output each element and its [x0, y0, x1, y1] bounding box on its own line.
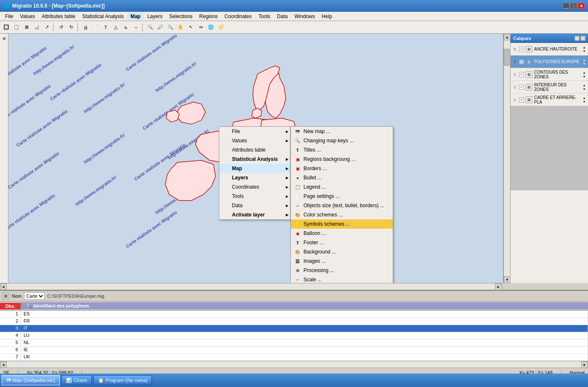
minimize-button[interactable]: _ [563, 3, 569, 9]
calque-down-4[interactable]: ▼ [582, 62, 586, 65]
ctx-tools[interactable]: Tools [219, 192, 290, 201]
ctx-attributes[interactable]: Attributes table [219, 145, 290, 155]
table-row[interactable]: 7 UK [0, 354, 588, 361]
toolbar-btn-hand[interactable]: ✋ [176, 23, 185, 32]
menu-statistical[interactable]: Statistical Analysis [79, 13, 127, 20]
toolbar-btn-poly[interactable]: △ [111, 23, 120, 32]
calque-down-5[interactable]: ▼ [582, 49, 586, 53]
table-row[interactable]: 6 IE [0, 347, 588, 354]
taskbar-charts[interactable]: 📊 Charts [61, 375, 92, 385]
toolbar-btn-cursor[interactable]: ↖ [186, 23, 195, 32]
sub-footer[interactable]: T Footer ... [291, 238, 393, 247]
sub-symbols-schemes[interactable]: 🟡 Symbols schemes ... [291, 219, 393, 229]
toolbar-btn-t[interactable]: T [101, 23, 110, 32]
sub-titles[interactable]: T Titles ... [291, 145, 393, 155]
calque-check-5[interactable]: ✓ [519, 47, 524, 52]
calque-row-4[interactable]: 4 ✓ ⊞ POLYGONES EUROPE ▲ ▼ [511, 56, 588, 68]
hscroll-track[interactable] [7, 283, 495, 290]
vertical-scrollbar[interactable]: ▲ ▼ [503, 34, 510, 283]
ctx-map[interactable]: Map [219, 164, 290, 173]
calque-down-3[interactable]: ▼ [582, 75, 586, 78]
table-row[interactable]: 3 IT [0, 325, 588, 332]
menu-tools[interactable]: Tools [255, 13, 274, 20]
menu-attributes[interactable]: Attributes table [38, 13, 79, 20]
calque-up-5[interactable]: ▲ [582, 45, 586, 49]
sub-objects-size[interactable]: ↔ Objects size (text, bullet, borders) .… [291, 201, 393, 210]
menu-coordinates[interactable]: Coordinates [221, 13, 255, 20]
calque-check-4[interactable]: ✓ [519, 59, 524, 64]
calques-restore-btn[interactable]: ◱ [575, 36, 580, 41]
sub-new-map[interactable]: 🗺 New map ... [291, 127, 393, 136]
close-button[interactable]: ✕ [578, 3, 585, 9]
calque-up-1[interactable]: ▲ [582, 96, 586, 99]
hscroll-left-btn[interactable]: ◄ [0, 283, 7, 290]
table-row[interactable]: 5 NL [0, 339, 588, 347]
sub-changing-keys[interactable]: 🔍 Changing map keys ... [291, 136, 393, 145]
sub-background[interactable]: 🎨 Background ... [291, 247, 393, 256]
toolbar-btn-sel[interactable]: ⊾ [121, 23, 130, 32]
sub-regions-bg[interactable]: ▣ Regions backgroung ... [291, 155, 393, 164]
toolbar-btn-4[interactable]: 📊 [32, 23, 41, 32]
toolbar-redo[interactable]: ↻ [67, 23, 76, 32]
toolbar-btn-print[interactable]: 🖨 [81, 23, 90, 32]
calque-up-2[interactable]: ▲ [582, 83, 586, 87]
calque-up-4[interactable]: ▲ [582, 58, 586, 61]
table-hscroll[interactable]: ◄ ► [0, 361, 588, 368]
horizontal-scrollbar[interactable]: ◄ ► [0, 283, 502, 290]
sub-page-settings[interactable]: 📄 Page settings ... [291, 192, 393, 201]
table-hscroll-track[interactable] [7, 361, 581, 368]
calque-down-1[interactable]: ▼ [582, 100, 586, 103]
toolbar-btn-3[interactable]: ⊠ [22, 23, 31, 32]
calque-up-3[interactable]: ▲ [582, 71, 586, 74]
map-container[interactable]: Carte réalisée avec Migratio http://www.… [8, 34, 503, 283]
nom-icon-btn[interactable]: ⊞ [3, 293, 9, 299]
calque-row-1[interactable]: 1 ✓ ⊞ CADRE ET ARRIERE-PLA ▲ ▼ [511, 93, 588, 106]
hscroll-right-btn[interactable]: ► [495, 283, 502, 290]
calque-down-2[interactable]: ▼ [582, 87, 586, 91]
menu-layers[interactable]: Layers [144, 13, 166, 20]
toolbar-btn-search[interactable]: 🔍 [146, 23, 155, 32]
menu-help[interactable]: Help [318, 13, 335, 20]
calque-check-1[interactable]: ✓ [519, 97, 524, 102]
toolbar-btn-nav[interactable]: ⇔ [196, 23, 205, 32]
toolbar-btn-zoom-in[interactable]: 🔎 [156, 23, 165, 32]
calques-close-btn[interactable]: ✕ [580, 36, 585, 41]
sub-borders[interactable]: ▣ Borders ... [291, 164, 393, 173]
toolbar-btn-1[interactable]: 🔲 [2, 23, 11, 32]
calque-check-2[interactable]: ✓ [519, 85, 524, 90]
table-row[interactable]: 2 FR [0, 318, 588, 325]
sub-scale[interactable]: ─ Scale ... [291, 275, 393, 283]
scroll-down-button[interactable]: ▼ [504, 276, 511, 283]
ctx-activate-layer[interactable]: Activate layer [219, 210, 290, 219]
scroll-thumb[interactable] [504, 49, 510, 66]
calque-row-2[interactable]: 2 ✓ ⊞ INTERIEUR DES ZONES ▲ ▼ [511, 81, 588, 93]
ctx-layers[interactable]: Layers [219, 173, 290, 182]
menu-map[interactable]: Map [127, 13, 144, 20]
calque-check-3[interactable]: ✓ [519, 72, 524, 77]
ctx-data[interactable]: Data [219, 201, 290, 210]
ctx-coordinates[interactable]: Coordinates [219, 182, 290, 192]
menu-values[interactable]: Values [16, 13, 38, 20]
ctx-statistical[interactable]: Statistical Analysis [219, 155, 290, 164]
nom-select[interactable]: Carte [24, 292, 45, 300]
table-body[interactable]: 1 ES 2 FR 3 IT 4 LU 5 NL 6 IE 7 UK 8 UKA [0, 311, 588, 361]
menu-data[interactable]: Data [274, 13, 291, 20]
side-btn-tools[interactable]: ⚙ [1, 35, 8, 42]
table-row[interactable]: 4 LU [0, 332, 588, 339]
toolbar-btn-mark[interactable]: ↔ [131, 23, 141, 32]
sub-images[interactable]: 🖼 Images ... [291, 256, 393, 266]
taskbar-program[interactable]: 📋 Program~[No name] [93, 375, 152, 385]
sub-processing[interactable]: ⚙ Processing ... [291, 266, 393, 275]
sub-legend[interactable]: 📋 Legend ... [291, 182, 393, 192]
toolbar-btn-copy[interactable]: 📄 [91, 23, 100, 32]
toolbar-btn-compass[interactable]: 🧭 [216, 23, 226, 32]
toolbar-btn-globe[interactable]: 🌐 [206, 23, 216, 32]
toolbar-btn-2[interactable]: 📋 [12, 23, 21, 32]
sub-balloon[interactable]: ◉ Balloon ... [291, 229, 393, 238]
calque-row-5[interactable]: 5 ✓ ⊞ ANCRE HAUTDROITE ▲ ▼ [511, 43, 588, 56]
table-row[interactable]: 1 ES [0, 311, 588, 318]
scroll-track[interactable] [504, 40, 510, 276]
table-hscroll-right[interactable]: ► [581, 361, 588, 368]
sub-bullet[interactable]: ● Bullet ... [291, 173, 393, 182]
menu-file[interactable]: File [2, 13, 16, 20]
